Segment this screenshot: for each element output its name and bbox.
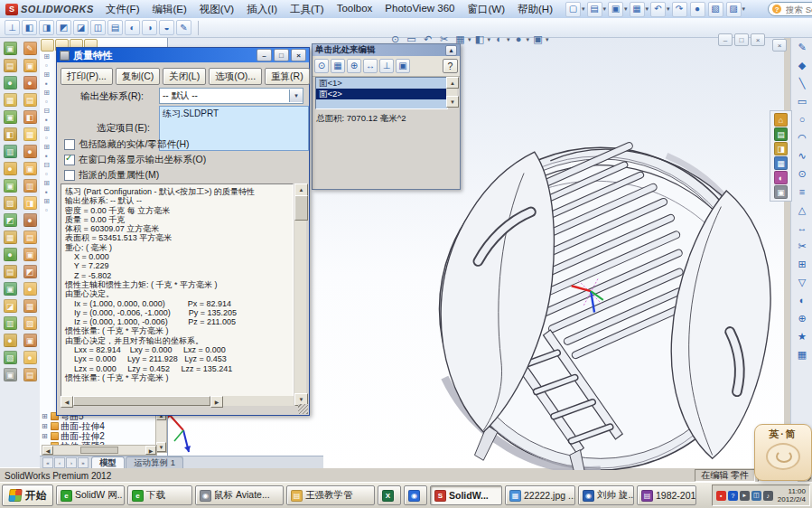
taskbar-button[interactable]: ◉ bbox=[404, 485, 427, 505]
taskbar-button[interactable]: e SolidW 网.. bbox=[56, 485, 125, 505]
sketch-entity-icon[interactable]: ▽ bbox=[791, 273, 812, 291]
measure-dialog-titlebar[interactable]: 单击此处来编辑 ▴ bbox=[313, 44, 460, 56]
document-tab[interactable]: 运动算例 1 bbox=[126, 456, 183, 468]
menu-item[interactable]: 帮助(H) bbox=[511, 1, 559, 18]
scrollbar-thumb[interactable] bbox=[80, 447, 118, 454]
sketch-entity-icon[interactable]: ◠ bbox=[791, 128, 812, 146]
fillet-icon[interactable]: ◐ bbox=[125, 20, 140, 35]
surface-tool-icon[interactable]: ▣ bbox=[23, 59, 37, 72]
redo-icon[interactable]: ↷ bbox=[672, 2, 687, 17]
file-explorer-icon[interactable]: ◨ bbox=[774, 142, 788, 155]
scroll-down-icon[interactable]: ▼ bbox=[156, 442, 166, 452]
volume-tray-icon[interactable]: ♪ bbox=[763, 491, 773, 501]
taskbar-button[interactable]: ▦ 22222.jpg ... bbox=[505, 485, 575, 505]
edit-appearance-icon[interactable]: ● bbox=[512, 33, 526, 46]
ime-tray-icon[interactable]: ▸ bbox=[740, 491, 750, 501]
tab-nav-icon[interactable]: ‹ bbox=[54, 457, 65, 468]
revolve-boss-icon[interactable]: ◨ bbox=[39, 20, 54, 35]
taskbar-button[interactable]: X bbox=[378, 485, 401, 505]
doc-close-icon[interactable]: × bbox=[751, 33, 765, 46]
sketch-entity-icon[interactable]: ≡ bbox=[791, 183, 812, 201]
feature-tool-icon[interactable]: ◪ bbox=[4, 299, 17, 313]
feature-tool-icon[interactable]: ▦ bbox=[4, 93, 17, 107]
options-icon[interactable]: ▨ bbox=[726, 2, 742, 17]
feature-tool-icon[interactable]: ▧ bbox=[4, 351, 17, 364]
sketch-entity-icon[interactable]: ↔ bbox=[791, 219, 812, 237]
sketch-entity-icon[interactable]: ▭ bbox=[791, 92, 812, 110]
sketch-entity-icon[interactable]: ✂ bbox=[791, 237, 812, 255]
taskbar-button[interactable]: ▤ 1982-2012... bbox=[637, 485, 696, 505]
sketch-entity-icon[interactable]: ⊞ bbox=[791, 255, 812, 273]
new-document-icon[interactable]: ▢ bbox=[565, 2, 581, 17]
report-horizontal-scrollbar[interactable]: ◀ ▶ bbox=[61, 396, 294, 406]
surface-tool-icon[interactable]: ✎ bbox=[23, 42, 37, 55]
extrude-boss-icon[interactable]: ◧ bbox=[22, 20, 37, 35]
tree-node-icon[interactable]: ⊞ bbox=[41, 52, 52, 61]
scroll-left-icon[interactable]: ◀ bbox=[61, 396, 73, 408]
doc-minimize-icon[interactable]: – bbox=[718, 33, 733, 46]
scroll-down-icon[interactable]: ▼ bbox=[446, 96, 459, 108]
measure-history-icon[interactable]: ▣ bbox=[396, 59, 410, 73]
surface-tool-icon[interactable]: ▤ bbox=[23, 93, 37, 107]
menu-item[interactable]: 插入(I) bbox=[240, 1, 284, 18]
sketch-entity-icon[interactable]: ✎ bbox=[791, 38, 812, 56]
measure-pin-icon[interactable]: ▴ bbox=[445, 45, 457, 56]
menu-item[interactable]: 窗口(W) bbox=[462, 1, 512, 18]
dropdown-caret-icon[interactable]: ▾ bbox=[546, 36, 549, 43]
tree-node-icon[interactable]: ⊟ bbox=[41, 161, 52, 170]
appearances-icon[interactable]: ◐ bbox=[774, 171, 788, 184]
surface-tool-icon[interactable]: ● bbox=[23, 76, 37, 89]
taskbar-button[interactable]: ▤ 王强教学管 bbox=[286, 485, 375, 505]
start-button[interactable]: 开始 bbox=[2, 484, 53, 506]
menu-item[interactable]: Toolbox bbox=[331, 1, 379, 18]
feature-tool-icon[interactable]: ▤ bbox=[4, 59, 17, 72]
save-icon[interactable]: ▣ bbox=[608, 2, 623, 17]
dialog-button[interactable]: 重算(R) bbox=[265, 68, 310, 85]
scrollbar-thumb[interactable] bbox=[294, 195, 308, 221]
custom-properties-icon[interactable]: ▣ bbox=[774, 185, 788, 199]
taskbar-button[interactable]: ◉ 刘帅 旋... bbox=[578, 485, 634, 505]
surface-tool-icon[interactable]: ▦ bbox=[23, 127, 37, 141]
feature-tool-icon[interactable]: ▣ bbox=[4, 110, 17, 124]
measure-list-item[interactable]: 面<1> bbox=[316, 78, 447, 89]
selected-item[interactable]: 练习.SLDPRT bbox=[163, 108, 219, 118]
dropdown-caret-icon[interactable]: ▾ bbox=[624, 5, 628, 13]
open-icon[interactable]: ▤ bbox=[587, 2, 602, 17]
feature-tool-icon[interactable]: ▤ bbox=[4, 265, 17, 278]
expand-icon[interactable]: ⊞ bbox=[42, 422, 49, 430]
reference-geometry-icon[interactable]: ✎ bbox=[176, 20, 191, 35]
dropdown-caret-icon[interactable]: ▾ bbox=[468, 36, 471, 43]
surface-tool-icon[interactable]: ◨ bbox=[23, 196, 37, 210]
dropdown-caret-icon[interactable]: ▾ bbox=[507, 36, 510, 43]
document-tab[interactable]: 模型 bbox=[91, 456, 125, 468]
feature-tool-icon[interactable]: ▨ bbox=[4, 196, 17, 210]
sketch-entity-icon[interactable]: ○ bbox=[791, 110, 812, 128]
scroll-right-icon[interactable]: ▶ bbox=[145, 446, 156, 455]
tree-node-icon[interactable]: ▫ bbox=[41, 61, 52, 71]
design-library-icon[interactable]: ▤ bbox=[774, 127, 788, 141]
measure-help-button[interactable]: ? bbox=[443, 59, 458, 73]
dialog-button[interactable]: 打印(P)... bbox=[61, 68, 113, 85]
sketch-entity-icon[interactable]: ⊙ bbox=[791, 165, 812, 183]
origin-anchor-icon[interactable]: ⊥ bbox=[5, 20, 20, 35]
surface-tool-icon[interactable]: ▤ bbox=[23, 368, 37, 381]
checkbox-row[interactable]: 包括隐藏的实体/零部件(H) bbox=[64, 138, 190, 151]
surface-tool-icon[interactable]: ▣ bbox=[23, 248, 37, 261]
sketch-entity-icon[interactable]: ⊕ bbox=[791, 309, 812, 327]
dropdown-caret-icon[interactable]: ▾ bbox=[603, 5, 607, 13]
lofted-boss-icon[interactable]: ◪ bbox=[73, 20, 89, 35]
dropdown-caret-icon[interactable]: ▾ bbox=[582, 5, 585, 13]
coordinate-system-combo[interactable]: -- 默认 -- ▾ bbox=[159, 88, 303, 104]
arc-circle-measure-icon[interactable]: ⊙ bbox=[314, 59, 329, 73]
expand-icon[interactable]: ⊞ bbox=[42, 432, 49, 440]
sketch-entity-icon[interactable]: ∿ bbox=[791, 146, 812, 165]
surface-tool-icon[interactable]: ▣ bbox=[23, 162, 37, 175]
menu-item[interactable]: 编辑(E) bbox=[145, 1, 192, 18]
menu-item[interactable]: 文件(F) bbox=[99, 1, 146, 18]
menu-item[interactable]: 工具(T) bbox=[284, 1, 331, 18]
tab-nav-icon[interactable]: « bbox=[42, 457, 53, 468]
feature-tool-icon[interactable]: ● bbox=[4, 76, 17, 89]
tree-node-icon[interactable]: ▪ bbox=[41, 188, 52, 197]
point-to-point-icon[interactable]: ↔ bbox=[363, 59, 378, 73]
dropdown-caret-icon[interactable]: ▾ bbox=[646, 5, 649, 13]
